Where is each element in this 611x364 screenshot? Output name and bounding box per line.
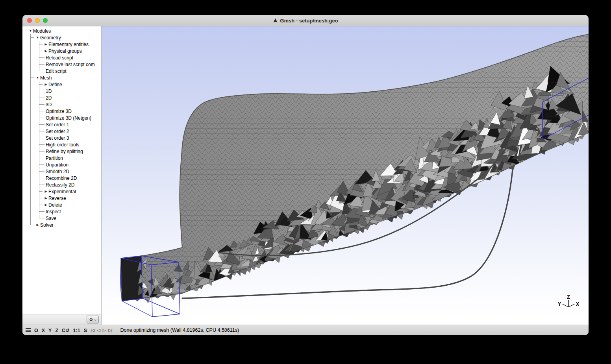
tree-options-button[interactable]: ⚙ ▽ [87,316,99,323]
status-buttons-group: OXYZC↺1:1S [34,327,91,333]
tree-connector [39,185,44,185]
tree-item-label: Inspect [46,209,61,214]
status-button-previous-frame[interactable]: ◁ [97,328,100,333]
tree-item-2d[interactable]: 2D [22,94,101,101]
tree-item-geometry[interactable]: ▼Geometry [22,34,101,41]
caret-right-icon[interactable]: ▶ [43,190,48,193]
status-button-z[interactable]: Z [55,328,58,333]
status-button-1-1[interactable]: 1:1 [73,328,80,333]
gmsh-window: Gmsh - setup/mesh.geo ▼Modules▼Geometry▶… [22,15,589,335]
caret-down-icon[interactable]: ▼ [28,29,33,33]
tree-item-solver[interactable]: ▶Solver [22,222,101,228]
tree-item-label: 3D [46,102,52,107]
main-content: ▼Modules▼Geometry▶Elementary entities▶Ph… [22,26,589,325]
status-button-s[interactable]: S [84,328,87,333]
status-button-last-frame[interactable]: ▷| [108,328,112,333]
tree-connector [39,171,44,172]
tree-item-label: High-order tools [46,142,79,148]
tree-item-label: 2D [46,95,52,101]
status-button-o[interactable]: O [34,328,38,333]
tree-item-label: Partition [46,155,63,161]
tree-item-label: Recombine 2D [46,176,77,181]
tree-connector [39,104,44,105]
tree-item-label: Set order 2 [46,129,69,134]
tree-connector [39,64,44,65]
tree-connector [31,37,34,38]
tree-item-label: Physical groups [48,48,82,54]
tree-item-elementary-entities[interactable]: ▶Elementary entities [22,41,101,48]
tree-connector [39,138,44,138]
sidebar-footer: ⚙ ▽ [22,314,101,325]
tree-item-smooth-2d[interactable]: Smooth 2D [22,168,101,175]
tree-item-optimize-3d[interactable]: Optimize 3D [22,108,101,115]
tree-item-inspect[interactable]: Inspect [22,208,101,215]
gear-icon: ⚙ [89,317,93,322]
caret-right-icon[interactable]: ▶ [43,196,48,200]
tree-item-save[interactable]: Save [22,215,101,222]
screen: { "window": { "title": "Gmsh - setup/mes… [0,0,611,364]
tree-item-experimental[interactable]: ▶Experimental [22,188,101,195]
tree-item-high-order-tools[interactable]: High-order tools [22,141,101,148]
tree-item-3d[interactable]: 3D [22,101,101,108]
tree-item-label: Remove last script com [46,62,95,67]
tree-connector [39,205,43,205]
tree-item-recombine-2d[interactable]: Recombine 2D [22,175,101,181]
tree-item-label: Experimental [48,189,76,194]
tree-item-label: 1D [46,89,52,94]
titlebar[interactable]: Gmsh - setup/mesh.geo [22,15,589,26]
tree-item-label: Define [48,82,62,87]
status-button-next-frame[interactable]: ▷ [103,328,106,333]
tree-item-partition[interactable]: Partition [22,155,101,161]
caret-right-icon[interactable]: ▶ [43,49,48,53]
axis-y-label: Y [558,301,561,307]
tree-item-set-order-1[interactable]: Set order 1 [22,121,101,128]
tree-item-label: Set order 3 [46,135,69,141]
status-button-y[interactable]: Y [48,328,52,333]
caret-right-icon[interactable]: ▶ [35,223,40,227]
tree-item-modules[interactable]: ▼Modules [22,28,101,34]
tree-item-mesh[interactable]: ▼Mesh [22,74,101,81]
menu-icon[interactable] [26,328,31,332]
status-button-c[interactable]: C↺ [62,328,70,333]
tree-connector [39,131,44,131]
animation-buttons-group: |◁◁▷▷| [91,327,115,333]
tree-item-label: Delete [48,202,62,208]
status-button-x[interactable]: X [42,328,45,333]
caret-right-icon[interactable]: ▶ [43,83,48,86]
tree-item-edit-script[interactable]: Edit script [22,68,101,74]
caret-down-icon[interactable]: ▼ [35,76,40,79]
tree-item-label: Geometry [40,35,61,41]
tree-item-label: Smooth 2D [46,169,69,174]
tree-item-label: Elementary entities [48,42,89,47]
module-tree-panel: ▼Modules▼Geometry▶Elementary entities▶Ph… [22,26,102,325]
tree-item-set-order-3[interactable]: Set order 3 [22,135,101,141]
statusbar: OXYZC↺1:1S |◁◁▷▷| Done optimizing mesh (… [22,325,589,335]
tree-item-define[interactable]: ▶Define [22,81,101,88]
tree-item-delete[interactable]: ▶Delete [22,201,101,208]
caret-right-icon[interactable]: ▶ [43,203,48,207]
tree-connector [39,91,44,91]
tree-item-label: Edit script [46,68,67,74]
tree-item-physical-groups[interactable]: ▶Physical groups [22,48,101,54]
tree-item-label: Solver [40,222,54,228]
status-button-first-frame[interactable]: |◁ [91,328,94,333]
tree-item-set-order-2[interactable]: Set order 2 [22,128,101,135]
tree-item-1d[interactable]: 1D [22,88,101,94]
graphics-canvas[interactable]: ZYX [102,26,589,325]
tree-connector [39,178,44,178]
tree-item-reverse[interactable]: ▶Reverse [22,195,101,201]
tree-item-label: Optimize 3D [46,109,72,114]
tree-connector [39,164,44,165]
mesh-viewport: ZYX [102,26,589,325]
tree-item-optimize-3d-netgen[interactable]: Optimize 3D (Netgen) [22,115,101,121]
caret-right-icon[interactable]: ▶ [43,42,48,46]
tree-connector [39,124,44,125]
tree-item-reload-script[interactable]: Reload script [22,54,101,61]
caret-down-icon[interactable]: ▼ [35,36,40,39]
tree-item-remove-last-script-com[interactable]: Remove last script com [22,61,101,68]
tree-connector [39,198,43,198]
tree-connector [39,118,44,118]
tree-item-unpartition[interactable]: Unpartition [22,161,101,168]
tree-item-reclassify-2d[interactable]: Reclassify 2D [22,181,101,188]
tree-item-refine-by-splitting[interactable]: Refine by splitting [22,148,101,155]
